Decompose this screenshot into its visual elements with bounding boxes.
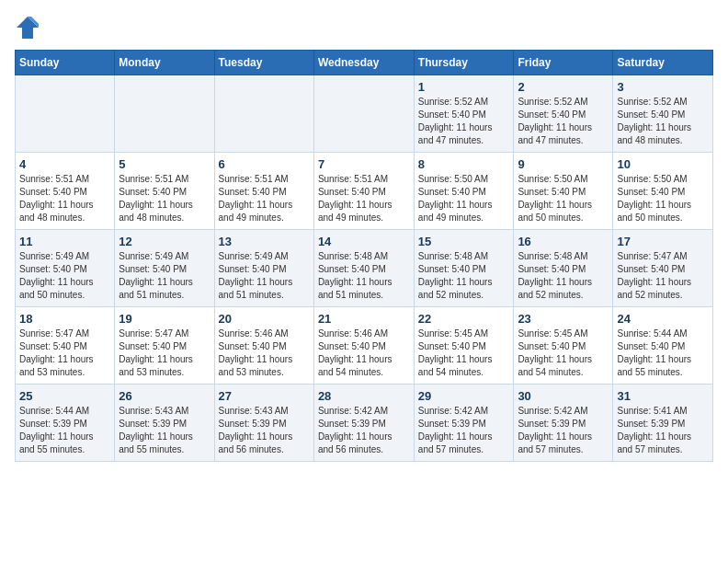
calendar-cell-12: 12Sunrise: 5:49 AM Sunset: 5:40 PM Dayli… [115,230,214,307]
day-number: 10 [617,157,709,171]
cell-details: Sunrise: 5:44 AM Sunset: 5:39 PM Dayligh… [19,405,110,456]
day-number: 8 [418,157,510,171]
col-header-thursday: Thursday [414,51,514,75]
cell-details: Sunrise: 5:50 AM Sunset: 5:40 PM Dayligh… [617,173,709,224]
cell-details: Sunrise: 5:51 AM Sunset: 5:40 PM Dayligh… [119,173,210,224]
cell-details: Sunrise: 5:45 AM Sunset: 5:40 PM Dayligh… [518,327,609,379]
cell-details: Sunrise: 5:49 AM Sunset: 5:40 PM Dayligh… [119,250,210,302]
day-number: 15 [418,235,510,248]
calendar-cell-30: 30Sunrise: 5:42 AM Sunset: 5:39 PM Dayli… [514,385,613,462]
calendar-cell-8: 8Sunrise: 5:50 AM Sunset: 5:40 PM Daylig… [414,153,514,230]
calendar-table: SundayMondayTuesdayWednesdayThursdayFrid… [15,50,713,462]
col-header-tuesday: Tuesday [214,51,313,75]
day-number: 22 [418,312,510,326]
day-number: 21 [318,312,410,326]
cell-details: Sunrise: 5:42 AM Sunset: 5:39 PM Dayligh… [418,405,510,456]
cell-details: Sunrise: 5:49 AM Sunset: 5:40 PM Dayligh… [19,250,110,302]
calendar-week-2: 4Sunrise: 5:51 AM Sunset: 5:40 PM Daylig… [16,153,713,230]
calendar-week-1: 1Sunrise: 5:52 AM Sunset: 5:40 PM Daylig… [16,75,713,153]
cell-details: Sunrise: 5:45 AM Sunset: 5:40 PM Dayligh… [418,327,510,379]
calendar-cell-9: 9Sunrise: 5:50 AM Sunset: 5:40 PM Daylig… [514,153,613,230]
logo-icon [15,15,40,40]
col-header-monday: Monday [115,51,214,75]
calendar-cell-29: 29Sunrise: 5:42 AM Sunset: 5:39 PM Dayli… [414,385,514,462]
cell-details: Sunrise: 5:43 AM Sunset: 5:39 PM Dayligh… [119,405,210,456]
page-header [15,15,713,40]
day-number: 24 [617,312,709,326]
calendar-cell-11: 11Sunrise: 5:49 AM Sunset: 5:40 PM Dayli… [16,230,115,307]
day-number: 27 [219,389,310,403]
calendar-cell-15: 15Sunrise: 5:48 AM Sunset: 5:40 PM Dayli… [414,230,514,307]
calendar-cell-empty [214,75,313,153]
svg-marker-0 [17,17,39,39]
cell-details: Sunrise: 5:51 AM Sunset: 5:40 PM Dayligh… [318,173,410,224]
calendar-cell-19: 19Sunrise: 5:47 AM Sunset: 5:40 PM Dayli… [115,307,214,385]
calendar-cell-26: 26Sunrise: 5:43 AM Sunset: 5:39 PM Dayli… [115,385,214,462]
cell-details: Sunrise: 5:51 AM Sunset: 5:40 PM Dayligh… [19,173,110,224]
calendar-week-5: 25Sunrise: 5:44 AM Sunset: 5:39 PM Dayli… [16,385,713,462]
calendar-cell-24: 24Sunrise: 5:44 AM Sunset: 5:40 PM Dayli… [613,307,713,385]
calendar-cell-5: 5Sunrise: 5:51 AM Sunset: 5:40 PM Daylig… [115,153,214,230]
day-number: 2 [518,80,609,94]
cell-details: Sunrise: 5:41 AM Sunset: 5:39 PM Dayligh… [617,405,709,456]
col-header-saturday: Saturday [613,51,713,75]
cell-details: Sunrise: 5:48 AM Sunset: 5:40 PM Dayligh… [318,250,410,302]
calendar-cell-14: 14Sunrise: 5:48 AM Sunset: 5:40 PM Dayli… [313,230,414,307]
cell-details: Sunrise: 5:48 AM Sunset: 5:40 PM Dayligh… [418,250,510,302]
day-number: 23 [518,312,609,326]
calendar-cell-21: 21Sunrise: 5:46 AM Sunset: 5:40 PM Dayli… [313,307,414,385]
day-number: 20 [219,312,310,326]
cell-details: Sunrise: 5:47 AM Sunset: 5:40 PM Dayligh… [19,327,110,379]
day-number: 7 [318,157,410,171]
cell-details: Sunrise: 5:46 AM Sunset: 5:40 PM Dayligh… [219,327,310,379]
day-number: 30 [518,389,609,403]
calendar-cell-6: 6Sunrise: 5:51 AM Sunset: 5:40 PM Daylig… [214,153,313,230]
day-number: 12 [119,235,210,248]
day-number: 9 [518,157,609,171]
calendar-cell-31: 31Sunrise: 5:41 AM Sunset: 5:39 PM Dayli… [613,385,713,462]
calendar-cell-13: 13Sunrise: 5:49 AM Sunset: 5:40 PM Dayli… [214,230,313,307]
day-number: 5 [119,157,210,171]
cell-details: Sunrise: 5:48 AM Sunset: 5:40 PM Dayligh… [518,250,609,302]
calendar-cell-18: 18Sunrise: 5:47 AM Sunset: 5:40 PM Dayli… [16,307,115,385]
calendar-week-4: 18Sunrise: 5:47 AM Sunset: 5:40 PM Dayli… [16,307,713,385]
cell-details: Sunrise: 5:42 AM Sunset: 5:39 PM Dayligh… [518,405,609,456]
calendar-cell-25: 25Sunrise: 5:44 AM Sunset: 5:39 PM Dayli… [16,385,115,462]
day-number: 17 [617,235,709,248]
calendar-cell-28: 28Sunrise: 5:42 AM Sunset: 5:39 PM Dayli… [313,385,414,462]
calendar-cell-4: 4Sunrise: 5:51 AM Sunset: 5:40 PM Daylig… [16,153,115,230]
day-number: 6 [219,157,310,171]
col-header-sunday: Sunday [16,51,115,75]
calendar-cell-1: 1Sunrise: 5:52 AM Sunset: 5:40 PM Daylig… [414,75,514,153]
col-header-friday: Friday [514,51,613,75]
cell-details: Sunrise: 5:51 AM Sunset: 5:40 PM Dayligh… [219,173,310,224]
calendar-cell-16: 16Sunrise: 5:48 AM Sunset: 5:40 PM Dayli… [514,230,613,307]
cell-details: Sunrise: 5:52 AM Sunset: 5:40 PM Dayligh… [518,96,609,147]
cell-details: Sunrise: 5:47 AM Sunset: 5:40 PM Dayligh… [617,250,709,302]
day-number: 25 [19,389,110,403]
day-number: 4 [19,157,110,171]
calendar-header-row: SundayMondayTuesdayWednesdayThursdayFrid… [16,51,713,75]
cell-details: Sunrise: 5:50 AM Sunset: 5:40 PM Dayligh… [418,173,510,224]
day-number: 29 [418,389,510,403]
day-number: 3 [617,80,709,94]
day-number: 18 [19,312,110,326]
day-number: 26 [119,389,210,403]
logo [15,15,42,40]
day-number: 31 [617,389,709,403]
cell-details: Sunrise: 5:52 AM Sunset: 5:40 PM Dayligh… [617,96,709,147]
calendar-cell-3: 3Sunrise: 5:52 AM Sunset: 5:40 PM Daylig… [613,75,713,153]
calendar-cell-27: 27Sunrise: 5:43 AM Sunset: 5:39 PM Dayli… [214,385,313,462]
calendar-cell-7: 7Sunrise: 5:51 AM Sunset: 5:40 PM Daylig… [313,153,414,230]
cell-details: Sunrise: 5:47 AM Sunset: 5:40 PM Dayligh… [119,327,210,379]
cell-details: Sunrise: 5:44 AM Sunset: 5:40 PM Dayligh… [617,327,709,379]
cell-details: Sunrise: 5:49 AM Sunset: 5:40 PM Dayligh… [219,250,310,302]
calendar-cell-empty [313,75,414,153]
day-number: 28 [318,389,410,403]
day-number: 19 [119,312,210,326]
calendar-cell-10: 10Sunrise: 5:50 AM Sunset: 5:40 PM Dayli… [613,153,713,230]
day-number: 16 [518,235,609,248]
calendar-cell-20: 20Sunrise: 5:46 AM Sunset: 5:40 PM Dayli… [214,307,313,385]
cell-details: Sunrise: 5:52 AM Sunset: 5:40 PM Dayligh… [418,96,510,147]
calendar-cell-empty [115,75,214,153]
